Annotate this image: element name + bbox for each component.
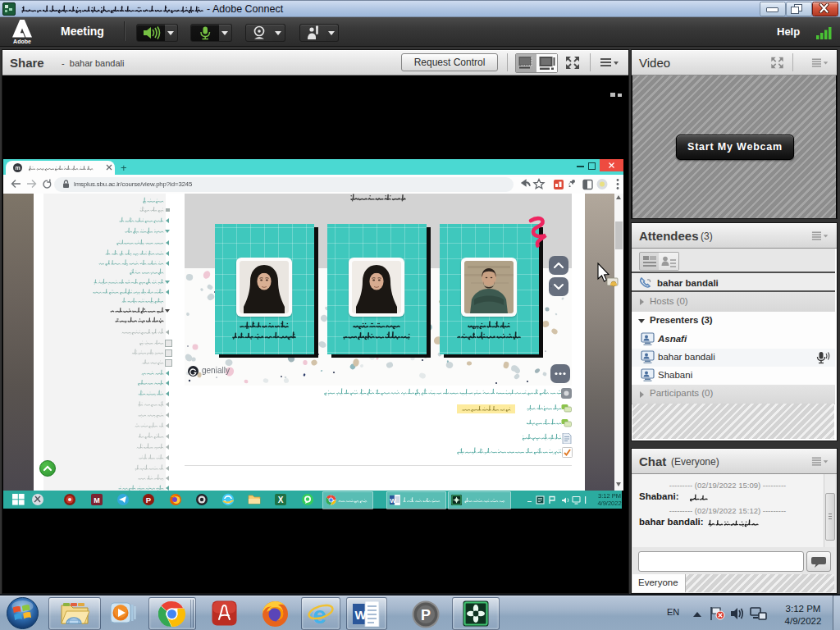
svg-text:P: P xyxy=(421,607,431,623)
svg-text:X: X xyxy=(278,495,284,504)
svg-text:Adobe: Adobe xyxy=(13,39,31,44)
svg-text:P: P xyxy=(146,495,152,504)
svg-text:M: M xyxy=(94,496,100,504)
svg-text:W: W xyxy=(354,608,367,622)
svg-text:W: W xyxy=(390,497,396,504)
